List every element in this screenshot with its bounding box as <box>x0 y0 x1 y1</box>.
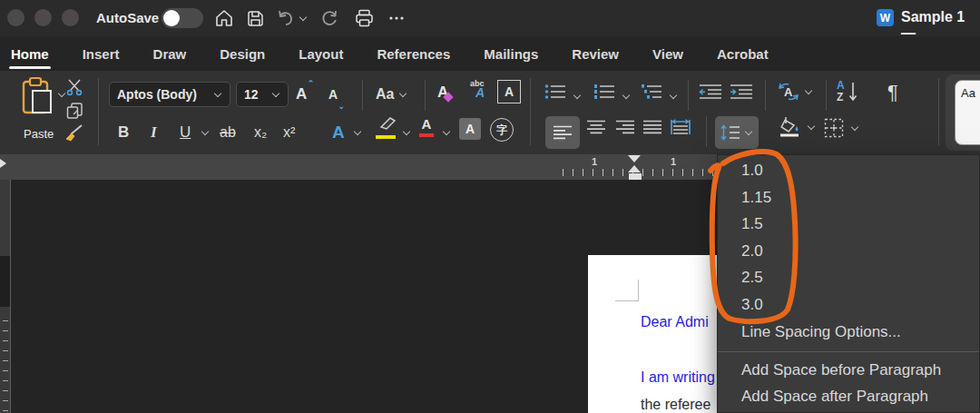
copy-button[interactable] <box>65 102 83 123</box>
menu-item-2-0[interactable]: 2.0 <box>718 238 979 265</box>
styles-gallery: Aa <box>946 74 980 151</box>
vertical-ruler-margin-block <box>0 256 10 307</box>
group-divider <box>938 78 939 145</box>
more-commands-icon[interactable] <box>385 6 408 30</box>
tab-insert[interactable]: Insert <box>81 41 122 67</box>
highlight-button[interactable] <box>374 116 397 139</box>
first-line-indent-marker[interactable] <box>628 155 641 162</box>
increase-indent-button[interactable] <box>730 84 753 103</box>
shrink-font-button[interactable]: A⌄ <box>328 82 338 107</box>
save-icon[interactable] <box>243 6 267 30</box>
format-painter-button[interactable] <box>64 123 85 147</box>
print-icon[interactable] <box>352 6 376 30</box>
font-name-value: Aptos (Body) <box>117 87 207 102</box>
divider <box>706 116 707 147</box>
tab-review[interactable]: Review <box>570 41 621 67</box>
autosave-label: AutoSave <box>96 10 159 25</box>
divider <box>362 80 363 111</box>
close-window-button[interactable] <box>7 9 24 26</box>
divider <box>688 80 689 111</box>
multilevel-list-icon <box>641 84 662 100</box>
subscript-button[interactable]: x₂ <box>254 120 267 145</box>
bullet-list-icon <box>544 84 566 100</box>
tab-mailings[interactable]: Mailings <box>482 41 540 67</box>
paste-button[interactable] <box>20 76 56 127</box>
align-left-button[interactable] <box>545 116 580 149</box>
cut-button[interactable] <box>65 78 83 100</box>
phonetic-guide-button[interactable]: abc A <box>470 80 485 98</box>
divider <box>425 80 426 111</box>
underline-button[interactable]: U <box>180 120 191 145</box>
borders-button[interactable] <box>824 118 859 138</box>
justify-button[interactable] <box>642 120 662 138</box>
italic-button[interactable]: I <box>151 120 157 145</box>
menu-item-1-5[interactable]: 1.5 <box>718 211 979 238</box>
tab-view[interactable]: View <box>651 41 685 67</box>
font-name-combo[interactable]: Aptos (Body) <box>109 82 230 107</box>
multilevel-list-button[interactable] <box>641 84 662 103</box>
tab-acrobat[interactable]: Acrobat <box>715 41 770 67</box>
align-center-button[interactable] <box>586 120 606 138</box>
menu-item-1-15[interactable]: 1.15 <box>718 184 979 211</box>
font-color-button[interactable]: A <box>419 116 434 137</box>
text-direction-button[interactable]: A <box>777 82 813 102</box>
align-right-button[interactable] <box>615 120 635 138</box>
undo-icon[interactable] <box>274 6 298 30</box>
line-spacing-icon <box>720 124 740 141</box>
grow-font-button[interactable]: A⌃ <box>296 82 307 107</box>
tab-design[interactable]: Design <box>218 41 267 67</box>
menu-item-3-0[interactable]: 3.0 <box>718 291 979 319</box>
zoom-window-button[interactable] <box>62 9 79 26</box>
align-left-icon <box>553 125 573 140</box>
change-case-button[interactable]: Aa <box>376 82 407 107</box>
menu-item-add-space-before[interactable]: Add Space before Paragraph <box>718 357 979 383</box>
paste-clipboard-icon <box>20 76 56 123</box>
word-app-icon: W <box>877 9 894 26</box>
tab-layout[interactable]: Layout <box>297 41 345 67</box>
document-text-line[interactable]: Dear Admi <box>641 314 709 330</box>
clear-formatting-button[interactable]: A <box>437 80 452 105</box>
tab-draw[interactable]: Draw <box>152 41 189 67</box>
font-size-combo[interactable]: 12 <box>236 82 289 107</box>
highlight-color-bar <box>376 135 396 139</box>
text-direction-icon: A <box>777 82 800 102</box>
tab-home[interactable]: Home <box>9 41 51 67</box>
font-size-value: 12 <box>244 87 265 102</box>
numbering-button[interactable] <box>593 84 615 103</box>
strikethrough-button[interactable]: ab <box>220 120 236 145</box>
line-spacing-button[interactable] <box>715 116 759 149</box>
vertical-ruler[interactable] <box>0 180 11 413</box>
sort-button[interactable]: A Z <box>837 80 858 103</box>
superscript-button[interactable]: x² <box>283 120 295 145</box>
decrease-indent-button[interactable] <box>699 84 722 103</box>
home-icon[interactable] <box>212 6 236 30</box>
enclose-characters-button[interactable]: 字 <box>490 118 514 142</box>
document-text-line[interactable]: the referee <box>641 397 710 413</box>
character-shading-button[interactable]: A <box>459 118 481 140</box>
character-border-button[interactable]: A <box>497 80 521 103</box>
text-effects-button[interactable]: A <box>332 120 345 145</box>
bold-button[interactable]: B <box>118 120 129 145</box>
menu-item-add-space-after[interactable]: Add Space after Paragraph <box>718 383 979 409</box>
divider <box>826 80 827 111</box>
menu-item-line-spacing-options[interactable]: Line Spacing Options... <box>718 319 979 346</box>
increase-indent-icon <box>730 84 753 100</box>
word-window: AutoSave W Sample 1 — Home Insert Draw D… <box>0 0 980 413</box>
align-right-icon <box>615 120 635 134</box>
svg-text:A: A <box>784 85 793 99</box>
style-normal-card[interactable]: Aa <box>955 80 980 145</box>
tab-references[interactable]: References <box>375 41 452 67</box>
borders-icon <box>824 118 844 138</box>
autosave-toggle[interactable] <box>162 8 203 28</box>
redo-icon[interactable] <box>318 6 341 30</box>
menu-item-1-0[interactable]: 1.0 <box>718 157 979 184</box>
distribute-text-button[interactable] <box>670 118 691 140</box>
left-margin-marker[interactable] <box>0 159 6 168</box>
minimize-window-button[interactable] <box>34 9 52 26</box>
shading-button[interactable] <box>779 116 816 138</box>
hanging-indent-marker[interactable] <box>628 165 641 172</box>
bullets-button[interactable] <box>544 84 566 103</box>
menu-item-2-5[interactable]: 2.5 <box>718 264 979 291</box>
show-paragraph-marks-button[interactable]: ¶ <box>887 80 898 105</box>
document-text-line[interactable]: I am writing <box>641 369 715 386</box>
